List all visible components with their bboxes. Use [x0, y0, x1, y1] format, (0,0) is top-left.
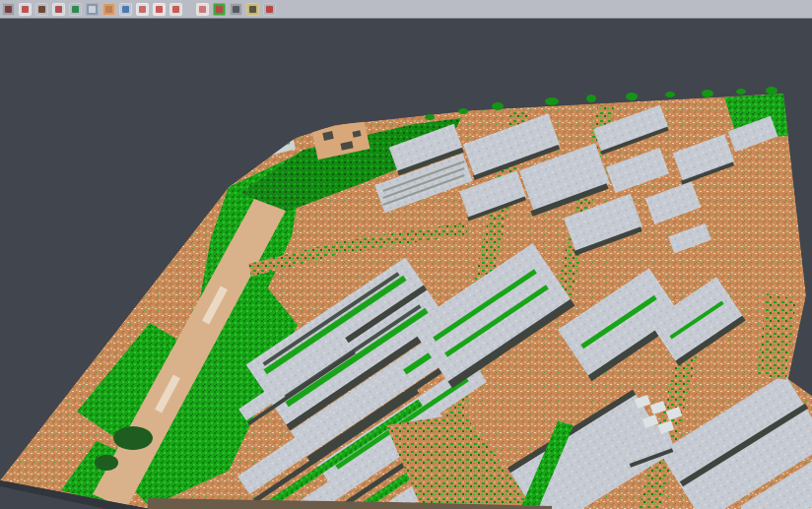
- selection-brackets-icon-accent: [172, 6, 179, 13]
- viewport-3d-render[interactable]: [0, 0, 812, 509]
- toolbar-separator: [186, 3, 192, 16]
- brown-mound-icon[interactable]: [35, 3, 48, 16]
- gear-icon[interactable]: [230, 3, 242, 16]
- point-cloud-scene: [0, 0, 812, 509]
- red-list-icon-accent: [139, 6, 146, 13]
- dot-marker-icon[interactable]: [52, 3, 65, 16]
- gear-icon-accent: [233, 6, 239, 13]
- green-hill-icon-accent: [72, 6, 79, 13]
- fringe-tree: [425, 114, 435, 120]
- red-bar-icon-accent: [266, 6, 273, 13]
- classification-colors-icon[interactable]: [213, 3, 226, 16]
- clip-cross-icon-accent: [249, 6, 256, 13]
- target-ring-icon-accent: [156, 6, 163, 13]
- fringe-tree: [766, 87, 778, 95]
- clip-cross-icon[interactable]: [246, 3, 259, 16]
- red-list-icon[interactable]: [136, 3, 149, 16]
- fringe-tree: [702, 90, 713, 97]
- fringe-tree: [626, 93, 638, 100]
- red-teal-cross-icon[interactable]: [19, 3, 32, 16]
- fringe-tree: [545, 97, 559, 105]
- dark-brush-patch: [113, 426, 153, 450]
- classification-colors-icon-accent: [216, 6, 223, 13]
- dot-marker-icon-accent: [55, 6, 62, 13]
- selection-brackets-icon[interactable]: [169, 3, 182, 16]
- red-teal-cross-icon-accent: [22, 6, 29, 13]
- globe-icon-accent: [122, 6, 129, 13]
- orange-square-icon-accent: [105, 6, 112, 13]
- dashed-square-icon[interactable]: [196, 3, 209, 16]
- maroon-cluster-icon-accent: [5, 6, 12, 13]
- dashed-square-icon-accent: [199, 6, 206, 13]
- orange-square-icon[interactable]: [102, 3, 115, 16]
- brown-mound-icon-accent: [38, 6, 45, 13]
- blue-slab-icon[interactable]: [86, 3, 99, 16]
- target-ring-icon[interactable]: [153, 3, 166, 16]
- red-bar-icon[interactable]: [263, 3, 276, 16]
- blue-slab-icon-accent: [89, 6, 96, 13]
- green-hill-icon[interactable]: [69, 3, 82, 16]
- globe-icon[interactable]: [119, 3, 132, 16]
- maroon-cluster-icon[interactable]: [2, 3, 15, 16]
- fringe-tree: [586, 95, 596, 102]
- dark-brush-patch: [95, 455, 118, 471]
- fringe-tree: [665, 92, 675, 97]
- fringe-tree: [736, 89, 746, 95]
- toolbar: [0, 0, 812, 19]
- fringe-tree: [458, 108, 468, 114]
- fringe-tree: [492, 102, 504, 110]
